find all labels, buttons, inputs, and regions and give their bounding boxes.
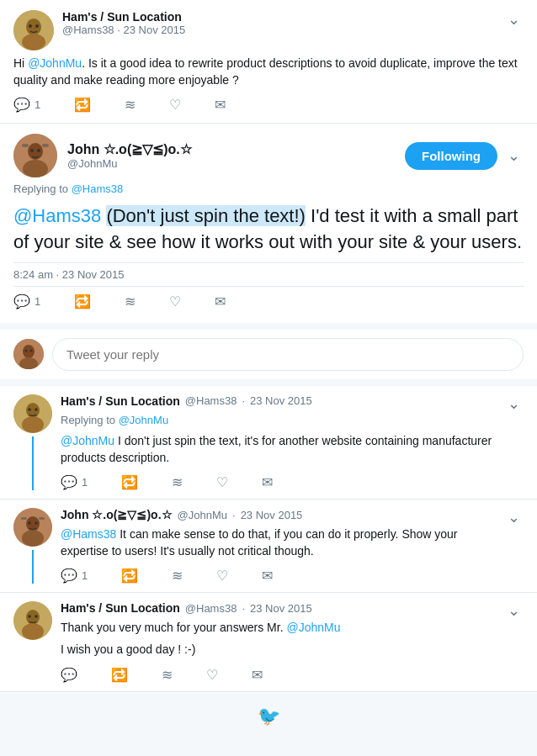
main-reply-action[interactable]: 💬 1 — [13, 293, 40, 309]
main-tweet-header: John ☆.o(≧▽≦)o.☆ @JohnMu Following ⌄ — [0, 124, 537, 177]
thread-3-activity-icon: ≋ — [162, 667, 173, 683]
main-tweet-replying-mention[interactable]: @Hams38 — [72, 182, 124, 195]
thread-3-like-icon: ♡ — [206, 667, 218, 683]
thread-2-reply-icon: 💬 — [61, 568, 77, 584]
thread-3-retweet-action[interactable]: 🔁 — [111, 667, 128, 683]
main-tweet-at-mention[interactable]: @Hams38 — [13, 205, 101, 226]
main-tweet-actions: 💬 1 🔁 ≋ ♡ ✉ — [13, 286, 524, 316]
main-like-icon: ♡ — [169, 293, 181, 309]
main-tweet-avatar[interactable] — [13, 134, 57, 177]
thread-1-user-row: Ham's / Sun Location @Hams38 · 23 Nov 20… — [61, 394, 504, 408]
following-button[interactable]: Following — [405, 142, 497, 170]
first-tweet-like-action[interactable]: ♡ — [169, 97, 181, 113]
first-tweet-reply-action[interactable]: 💬 1 — [13, 97, 40, 113]
thread-1-display-name[interactable]: Ham's / Sun Location — [61, 394, 180, 408]
main-avatar-image — [13, 134, 57, 177]
first-tweet-dm-action[interactable]: ✉ — [215, 97, 226, 113]
thread-1-activity-action[interactable]: ≋ — [172, 474, 183, 490]
thread-3-avatar[interactable] — [13, 601, 52, 640]
thread-3-date: 23 Nov 2015 — [250, 602, 312, 615]
first-tweet-display-name[interactable]: Ham's / Sun Location — [62, 10, 185, 24]
thread-3-reply-icon: 💬 — [61, 667, 77, 683]
thread-2-activity-action[interactable]: ≋ — [172, 568, 183, 584]
thread-1-date: · — [242, 394, 245, 407]
thread-item-3: Ham's / Sun Location @Hams38 · 23 Nov 20… — [0, 593, 537, 691]
thread-3-more-button[interactable]: ⌄ — [504, 601, 524, 620]
thread-1-screen-name[interactable]: @Hams38 — [185, 394, 237, 407]
thread-2-display-name[interactable]: John ☆.o(≧▽≦)o.☆ — [61, 508, 173, 521]
svg-point-24 — [22, 530, 44, 547]
reply-icon: 💬 — [13, 97, 30, 113]
main-tweet-user: John ☆.o(≧▽≦)o.☆ @JohnMu — [13, 134, 192, 177]
thread-3-activity-action[interactable]: ≋ — [162, 667, 173, 683]
thread-1-reply-count: 1 — [82, 476, 88, 489]
thread-2-user-row: John ☆.o(≧▽≦)o.☆ @JohnMu · 23 Nov 2015 — [61, 508, 504, 521]
first-tweet-mention[interactable]: @JohnMu — [28, 56, 82, 70]
thread-1-avatar[interactable] — [13, 394, 52, 433]
thread-2-more-button[interactable]: ⌄ — [504, 508, 524, 526]
thread-2-avatar[interactable] — [13, 508, 52, 547]
first-tweet-avatar[interactable] — [13, 10, 54, 50]
main-dm-action[interactable]: ✉ — [215, 293, 226, 309]
main-like-action[interactable]: ♡ — [169, 293, 181, 309]
thread-1-dm-action[interactable]: ✉ — [262, 474, 273, 490]
thread-3-dm-icon: ✉ — [252, 667, 263, 683]
main-tweet-follow-area: Following ⌄ — [405, 142, 524, 170]
reply-input[interactable] — [52, 338, 524, 371]
thread-2-reply-action[interactable]: 💬 1 — [61, 568, 88, 584]
thread-1-more-button[interactable]: ⌄ — [504, 394, 524, 413]
reply-box — [0, 330, 537, 386]
first-tweet-retweet-action[interactable]: 🔁 — [74, 97, 91, 113]
first-tweet-screen-name[interactable]: @Hams38 · 23 Nov 2015 — [62, 24, 185, 36]
thread-1-activity-icon: ≋ — [172, 474, 183, 490]
thread-1-dm-icon: ✉ — [262, 474, 273, 490]
svg-point-4 — [35, 24, 39, 28]
thread-2-screen-name[interactable]: @JohnMu — [178, 509, 227, 521]
main-retweet-action[interactable]: 🔁 — [74, 293, 91, 309]
thread-1-like-action[interactable]: ♡ — [216, 474, 228, 490]
thread-2-retweet-action[interactable]: 🔁 — [121, 568, 138, 584]
main-tweet-timestamp: 8:24 am · 23 Nov 2015 — [13, 262, 524, 286]
first-tweet-activity-action[interactable]: ≋ — [125, 97, 136, 113]
thread-3-like-action[interactable]: ♡ — [206, 667, 218, 683]
svg-point-31 — [22, 623, 44, 640]
svg-point-19 — [22, 416, 44, 433]
thread-1-retweet-action[interactable]: 🔁 — [121, 474, 138, 490]
thread-1-line — [32, 436, 34, 490]
main-activity-icon: ≋ — [125, 293, 136, 309]
thread-1-reply-action[interactable]: 💬 1 — [61, 474, 88, 490]
thread-3-reply-action[interactable]: 💬 — [61, 667, 77, 683]
main-tweet-screen-name[interactable]: @JohnMu — [67, 157, 192, 170]
svg-point-33 — [35, 616, 38, 619]
main-activity-action[interactable]: ≋ — [125, 293, 136, 309]
svg-point-15 — [25, 350, 28, 352]
main-tweet-more-button[interactable]: ⌄ — [504, 146, 524, 165]
footer: 🐦 — [0, 692, 537, 741]
first-tweet-actions: 💬 1 🔁 ≋ ♡ ✉ — [13, 97, 524, 113]
twitter-bird-icon: 🐦 — [258, 706, 280, 727]
thread-3-actions: 💬 🔁 ≋ ♡ ✉ — [61, 667, 340, 683]
thread-1-header: Ham's / Sun Location @Hams38 · 23 Nov 20… — [13, 394, 524, 490]
main-tweet-section: John ☆.o(≧▽≦)o.☆ @JohnMu Following ⌄ Rep… — [0, 124, 537, 330]
thread-2-content: John ☆.o(≧▽≦)o.☆ @JohnMu · 23 Nov 2015 @… — [61, 508, 504, 584]
first-tweet-header: Ham's / Sun Location @Hams38 · 23 Nov 20… — [13, 10, 524, 50]
thread-2-like-action[interactable]: ♡ — [216, 568, 228, 584]
reply-avatar-image — [13, 339, 44, 369]
svg-point-2 — [22, 34, 45, 50]
thread-3-display-name[interactable]: Ham's / Sun Location — [61, 601, 180, 615]
thread-1-like-icon: ♡ — [216, 474, 228, 490]
svg-point-26 — [35, 521, 38, 525]
thread-2-dm-action[interactable]: ✉ — [262, 568, 273, 584]
thread-1-retweet-icon: 🔁 — [121, 474, 138, 490]
thread-3-dm-action[interactable]: ✉ — [252, 667, 263, 683]
thread-3-screen-name[interactable]: @Hams38 — [185, 602, 237, 615]
main-tweet-display-name[interactable]: John ☆.o(≧▽≦)o.☆ — [67, 141, 192, 157]
thread-2-activity-icon: ≋ — [172, 568, 183, 584]
svg-point-13 — [23, 345, 35, 358]
thread-1-actions: 💬 1 🔁 ≋ ♡ ✉ — [61, 474, 504, 490]
main-tweet-user-info: John ☆.o(≧▽≦)o.☆ @JohnMu — [67, 141, 192, 170]
first-tweet-more-button[interactable]: ⌄ — [504, 10, 524, 29]
main-retweet-icon: 🔁 — [74, 293, 91, 309]
thread-1-content: Ham's / Sun Location @Hams38 · 23 Nov 20… — [61, 394, 504, 490]
main-tweet-text: @Hams38 (Don't just spin the text!) I'd … — [13, 204, 524, 256]
